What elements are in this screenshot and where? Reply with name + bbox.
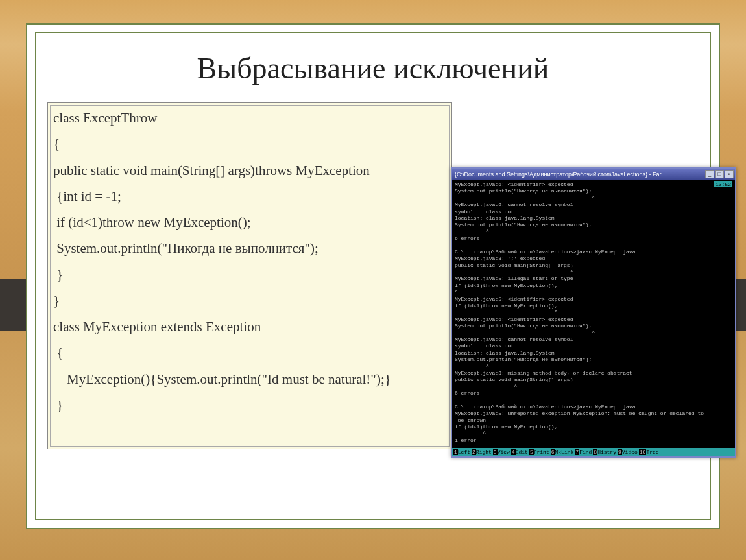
close-button[interactable]: × [725,170,734,178]
code-line: {int id = -1; [53,188,446,205]
window-buttons: _ □ × [705,170,734,178]
code-box: class ExceptThrow { public static void m… [47,102,452,449]
status-item[interactable]: 9Video [618,449,638,455]
console-window: {C:\Documents and Settings\Администратор… [451,167,736,458]
slide-title: Выбрасывание исключений [36,33,710,102]
code-line: if (id<1)throw new MyException(); [53,214,446,231]
status-item[interactable]: 2Right [472,449,492,455]
maximize-button[interactable]: □ [715,170,724,178]
code-line: } [53,266,446,283]
status-item[interactable]: 10Tree [639,449,659,455]
status-item[interactable]: 8Histry [593,449,616,455]
code-line: } [53,292,446,309]
console-status-bar: 1Left 2Right 3View 4Edit 5Print 6MkLink … [452,448,735,456]
status-item[interactable]: 3View [493,449,510,455]
console-title-text: {C:\Documents and Settings\Администратор… [455,171,705,178]
code-line: class ExceptThrow [53,110,446,126]
status-item[interactable]: 5Print [529,449,549,455]
minimize-button[interactable]: _ [705,170,714,178]
status-item[interactable]: 6MkLink [551,449,574,455]
code-line: { [53,344,446,361]
code-line: } [53,397,446,414]
code-line: public static void main(String[] args)th… [53,162,446,179]
status-item[interactable]: 4Edit [511,449,528,455]
code-line: System.out.println("Никогда не выполнитс… [53,240,446,257]
code-line: class MyException extends Exception [53,318,446,335]
code-line: { [53,135,446,152]
code-line: MyException(){System.out.println("Id mus… [53,371,446,388]
console-clock: 13:52 [714,181,732,187]
status-item[interactable]: 7Find [575,449,592,455]
status-item[interactable]: 1Left [453,449,470,455]
console-output: MyExcept.java:6: <identifier> expected S… [452,180,735,448]
console-titlebar[interactable]: {C:\Documents and Settings\Администратор… [452,169,735,180]
